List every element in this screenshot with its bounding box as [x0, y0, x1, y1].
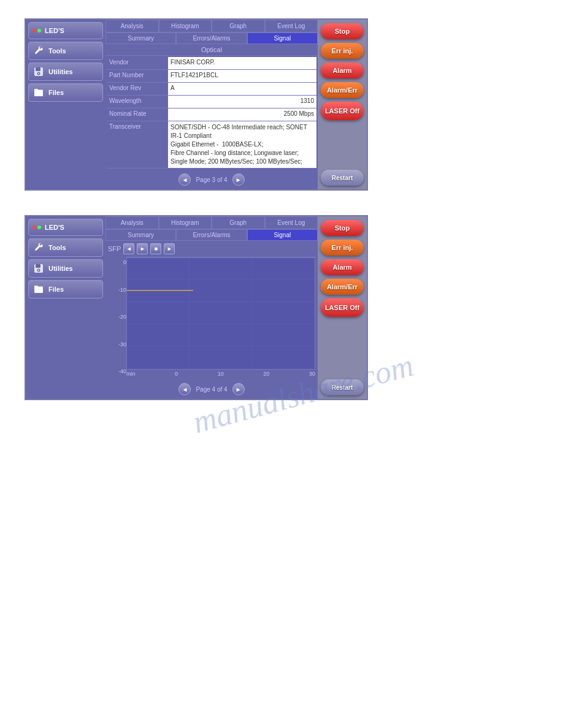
led-indicators-2	[33, 226, 41, 229]
stop-button-1[interactable]: Stop	[321, 23, 364, 39]
sidebar-files-label-2: Files	[48, 286, 64, 293]
led-red	[33, 29, 36, 32]
x-label-0: 0	[175, 371, 178, 377]
row-part-number: Part Number FTLF1421P1BCL	[107, 70, 316, 83]
tab-signal-2[interactable]: Signal	[247, 229, 318, 241]
chart-area-2: SFP ◄ ► ■ ► 0 -10 -20 -30	[105, 241, 318, 379]
row-vendor-rev: Vendor Rev A	[107, 83, 316, 96]
panel-2: LED'S Tools	[25, 215, 368, 400]
row-nominal-rate: Nominal Rate 2500 Mbps	[107, 108, 316, 121]
label-vendor: Vendor	[107, 57, 168, 67]
pagination-1: ◄ Page 3 of 4 ►	[105, 170, 318, 189]
wrench-icon-2	[33, 241, 45, 254]
sidebar-item-leds[interactable]: LED'S	[28, 22, 103, 39]
sidebar-item-utilities-2[interactable]: Utilities	[28, 259, 103, 278]
laser-button-2[interactable]: LASER Off	[321, 298, 364, 317]
sfp-btn-play[interactable]: ►	[164, 243, 175, 254]
next-page-btn-1[interactable]: ►	[232, 173, 245, 186]
y-label-m40: -40	[118, 368, 126, 374]
value-wavelength: 1310	[168, 96, 316, 108]
value-part-number: FTLF1421P1BCL	[168, 70, 316, 82]
sfp-btn-prev[interactable]: ◄	[123, 243, 134, 254]
main-content-2: Analysis Histogram Graph Event Log Summa…	[105, 216, 318, 399]
sfp-controls: SFP ◄ ► ■ ►	[108, 243, 315, 254]
restart-button-2[interactable]: Restart	[321, 379, 364, 395]
tab-histogram-2[interactable]: Histogram	[159, 216, 212, 229]
btn-group-top-1: Stop Err inj. Alarm Alarm/Err LASER Off	[321, 23, 364, 120]
led-indicators	[33, 29, 41, 32]
x-label-10: 10	[218, 371, 224, 377]
label-transceiver: Transceiver	[107, 121, 168, 132]
label-wavelength: Wavelength	[107, 96, 168, 106]
err-inj-button-1[interactable]: Err inj.	[321, 43, 364, 59]
label-vendor-rev: Vendor Rev	[107, 83, 168, 93]
disk-icon-2	[33, 262, 45, 275]
sidebar-item-leds-2[interactable]: LED'S	[28, 219, 103, 236]
alarm-button-2[interactable]: Alarm	[321, 259, 364, 275]
tab-bar-top-1: Analysis Histogram Graph Event Log	[105, 20, 318, 32]
value-transceiver: SONET/SDH - OC-48 Intermediate reach; SO…	[168, 121, 316, 168]
sidebar-utilities-label: Utilities	[48, 68, 73, 75]
svg-point-3	[38, 73, 39, 74]
sidebar-leds-label: LED'S	[45, 27, 64, 34]
tab-graph-2[interactable]: Graph	[212, 216, 265, 229]
panel-1: LED'S Tools	[25, 18, 368, 191]
folder-icon-2	[33, 283, 45, 295]
tab-analysis-2[interactable]: Analysis	[105, 216, 159, 229]
svg-rect-5	[36, 264, 40, 268]
tab-summary-1[interactable]: Summary	[105, 32, 176, 44]
sidebar-item-files-2[interactable]: Files	[28, 280, 103, 298]
folder-icon	[33, 86, 45, 99]
tab-graph-1[interactable]: Graph	[212, 20, 265, 32]
section-header-optical: Optical	[105, 44, 318, 56]
x-label-min: min	[126, 371, 136, 377]
tab-errors-alarms-1[interactable]: Errors/Alarms	[176, 32, 247, 44]
alarm-err-button-2[interactable]: Alarm/Err	[321, 279, 364, 295]
led-green-2	[37, 226, 41, 229]
row-wavelength: Wavelength 1310	[107, 96, 316, 108]
sidebar-item-utilities[interactable]: Utilities	[28, 63, 103, 81]
tab-errors-alarms-2[interactable]: Errors/Alarms	[176, 229, 247, 241]
tab-summary-2[interactable]: Summary	[105, 229, 176, 241]
row-transceiver: Transceiver SONET/SDH - OC-48 Intermedia…	[107, 121, 316, 169]
tab-bar-bottom-1: Summary Errors/Alarms Signal	[105, 32, 318, 44]
sidebar-files-label: Files	[48, 89, 64, 96]
label-part-number: Part Number	[107, 70, 168, 80]
sfp-label: SFP	[108, 245, 121, 252]
wrench-icon	[33, 45, 45, 57]
sidebar-item-tools[interactable]: Tools	[28, 42, 103, 60]
y-label-m20: -20	[118, 314, 126, 320]
sidebar-utilities-label-2: Utilities	[48, 265, 73, 272]
tab-eventlog-2[interactable]: Event Log	[265, 216, 318, 229]
btn-panel-1: Stop Err inj. Alarm Alarm/Err LASER Off …	[318, 20, 367, 189]
sidebar-item-tools-2[interactable]: Tools	[28, 238, 103, 257]
sidebar-item-files[interactable]: Files	[28, 83, 103, 102]
tab-analysis-1[interactable]: Analysis	[105, 20, 159, 32]
sidebar-1: LED'S Tools	[26, 20, 105, 189]
sidebar-2: LED'S Tools	[26, 216, 105, 399]
btn-panel-2: Stop Err inj. Alarm Alarm/Err LASER Off …	[318, 216, 367, 399]
x-label-20: 20	[263, 371, 269, 377]
prev-page-btn-2[interactable]: ◄	[178, 383, 191, 395]
sfp-btn-next[interactable]: ►	[137, 243, 148, 254]
stop-button-2[interactable]: Stop	[321, 220, 364, 236]
pagination-2: ◄ Page 4 of 4 ►	[105, 379, 318, 399]
chart-svg	[127, 257, 315, 368]
restart-button-1[interactable]: Restart	[321, 170, 364, 186]
y-label-m30: -30	[118, 341, 126, 347]
led-red-2	[33, 226, 36, 229]
btn-group-top-2: Stop Err inj. Alarm Alarm/Err LASER Off	[321, 220, 364, 317]
sfp-btn-stop[interactable]: ■	[150, 243, 161, 254]
next-page-btn-2[interactable]: ►	[232, 383, 245, 395]
prev-page-btn-1[interactable]: ◄	[178, 173, 191, 186]
err-inj-button-2[interactable]: Err inj.	[321, 240, 364, 256]
tab-histogram-1[interactable]: Histogram	[159, 20, 212, 32]
sidebar-tools-label-2: Tools	[48, 244, 66, 251]
alarm-err-button-1[interactable]: Alarm/Err	[321, 82, 364, 98]
led-green	[37, 29, 41, 32]
alarm-button-1[interactable]: Alarm	[321, 63, 364, 78]
svg-point-7	[38, 270, 39, 271]
tab-signal-1[interactable]: Signal	[247, 32, 318, 44]
laser-button-1[interactable]: LASER Off	[321, 102, 364, 120]
tab-eventlog-1[interactable]: Event Log	[265, 20, 318, 32]
